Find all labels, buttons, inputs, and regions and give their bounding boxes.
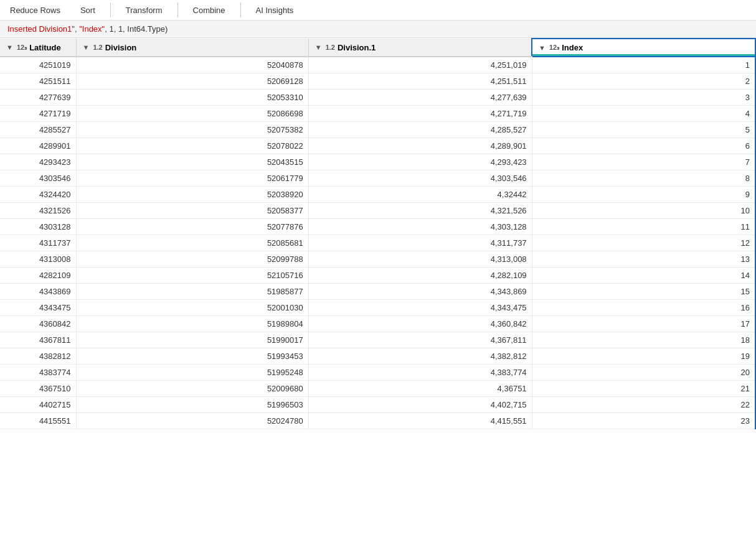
table-row: 4367510520096804,3675121 bbox=[0, 381, 755, 397]
table-cell: 52078022 bbox=[76, 138, 308, 154]
table-cell: 52043515 bbox=[76, 154, 308, 170]
table-cell: 14 bbox=[532, 268, 755, 284]
table-row: 4415551520247804,415,55123 bbox=[0, 413, 755, 429]
table-cell: 4251511 bbox=[0, 73, 76, 90]
table-cell: 19 bbox=[532, 348, 755, 365]
table-cell: 4324420 bbox=[0, 187, 76, 203]
table-cell: 4277639 bbox=[0, 90, 76, 106]
col-header-index[interactable]: ▼ 12₃ Index bbox=[532, 39, 755, 57]
table-row: 4402715519965034,402,71522 bbox=[0, 397, 755, 413]
col-header-division[interactable]: ▼ 1.2 Division bbox=[76, 39, 308, 57]
table-cell: 8 bbox=[532, 170, 755, 187]
table-cell: 17 bbox=[532, 316, 755, 332]
table-cell: 4382812 bbox=[0, 348, 76, 365]
table-row: 4367811519900174,367,81118 bbox=[0, 332, 755, 348]
filter-btn-division1[interactable]: ▼ bbox=[314, 44, 323, 51]
table-cell: 4,36751 bbox=[308, 381, 532, 397]
table-cell: 4,282,109 bbox=[308, 268, 532, 284]
table-cell: 13 bbox=[532, 251, 755, 268]
filter-btn-latitude[interactable]: ▼ bbox=[5, 44, 14, 51]
table-cell: 4282109 bbox=[0, 268, 76, 284]
table-row: 4324420520389204,324429 bbox=[0, 187, 755, 203]
table-cell: 4,382,812 bbox=[308, 348, 532, 365]
table-cell: 51995248 bbox=[76, 365, 308, 381]
table-row: 4360842519898044,360,84217 bbox=[0, 316, 755, 332]
table-row: 4303128520778764,303,12811 bbox=[0, 219, 755, 235]
table-cell: 52075382 bbox=[76, 122, 308, 138]
table-cell: 4,285,527 bbox=[308, 122, 532, 138]
table-cell: 52061779 bbox=[76, 170, 308, 187]
table-cell: 2 bbox=[532, 73, 755, 90]
table-cell: 51985877 bbox=[76, 284, 308, 300]
table-cell: 4313008 bbox=[0, 251, 76, 268]
table-cell: 5 bbox=[532, 122, 755, 138]
table-cell: 4,402,715 bbox=[308, 397, 532, 413]
table-cell: 51990017 bbox=[76, 332, 308, 348]
reduce-rows-btn[interactable]: Reduce Rows bbox=[5, 3, 65, 17]
formula-bar: Inserted Division1", "Index", 1, 1, Int6… bbox=[0, 21, 756, 38]
table-container: ▼ 12₃ Latitude ▼ 1.2 Division ▼ 1.2 bbox=[0, 38, 756, 429]
table-cell: 12 bbox=[532, 235, 755, 251]
table-cell: 18 bbox=[532, 332, 755, 348]
formula-normal-1: ", bbox=[72, 24, 79, 34]
table-cell: 4383774 bbox=[0, 365, 76, 381]
table-cell: 51996503 bbox=[76, 397, 308, 413]
table-cell: 52053310 bbox=[76, 90, 308, 106]
formula-keyword: Inserted Division1 bbox=[7, 24, 72, 34]
table-row: 4293423520435154,293,4237 bbox=[0, 154, 755, 170]
table-cell: 4,313,008 bbox=[308, 251, 532, 268]
table-cell: 4,343,869 bbox=[308, 284, 532, 300]
formula-text: Inserted Division1", "Index", 1, 1, Int6… bbox=[7, 24, 168, 34]
table-cell: 4,251,511 bbox=[308, 73, 532, 90]
filter-btn-index[interactable]: ▼ bbox=[537, 44, 547, 52]
table-cell: 4271719 bbox=[0, 106, 76, 122]
table-cell: 52040878 bbox=[76, 57, 308, 73]
table-cell: 51993453 bbox=[76, 348, 308, 365]
sort-btn[interactable]: Sort bbox=[75, 3, 100, 17]
table-cell: 10 bbox=[532, 203, 755, 219]
table-row: 4271719520866984,271,7194 bbox=[0, 106, 755, 122]
table-cell: 4343869 bbox=[0, 284, 76, 300]
type-icon-division: 1.2 bbox=[93, 44, 102, 51]
table-cell: 52105716 bbox=[76, 268, 308, 284]
table-cell: 4 bbox=[532, 106, 755, 122]
table-cell: 4,321,526 bbox=[308, 203, 532, 219]
table-cell: 20 bbox=[532, 365, 755, 381]
table-cell: 4402715 bbox=[0, 397, 76, 413]
table-row: 4343475520010304,343,47516 bbox=[0, 300, 755, 316]
combine-btn[interactable]: Combine bbox=[188, 3, 230, 17]
table-cell: 4,383,774 bbox=[308, 365, 532, 381]
table-cell: 51989804 bbox=[76, 316, 308, 332]
type-icon-division1: 1.2 bbox=[326, 44, 335, 51]
table-row: 4383774519952484,383,77420 bbox=[0, 365, 755, 381]
col-name-division: Division bbox=[105, 43, 303, 52]
table-cell: 6 bbox=[532, 138, 755, 154]
table-cell: 4285527 bbox=[0, 122, 76, 138]
ai-insights-btn[interactable]: AI Insights bbox=[251, 3, 299, 17]
table-cell: 4,251,019 bbox=[308, 57, 532, 73]
table-cell: 4311737 bbox=[0, 235, 76, 251]
table-row: 4289901520780224,289,9016 bbox=[0, 138, 755, 154]
col-name-latitude: Latitude bbox=[29, 43, 70, 52]
table-row: 4313008520997884,313,00813 bbox=[0, 251, 755, 268]
table-cell: 4343475 bbox=[0, 300, 76, 316]
transform-btn[interactable]: Transform bbox=[121, 3, 168, 17]
table-cell: 4,303,546 bbox=[308, 170, 532, 187]
table-cell: 23 bbox=[532, 413, 755, 429]
table-cell: 1 bbox=[532, 57, 755, 73]
toolbar-divider-2 bbox=[177, 2, 178, 17]
col-name-division1: Division.1 bbox=[338, 43, 526, 52]
type-icon-index: 12₃ bbox=[549, 44, 559, 52]
table-row: 4311737520856814,311,73712 bbox=[0, 235, 755, 251]
table-cell: 4,360,842 bbox=[308, 316, 532, 332]
toolbar-divider-1 bbox=[110, 2, 111, 17]
table-cell: 22 bbox=[532, 397, 755, 413]
table-cell: 4,289,901 bbox=[308, 138, 532, 154]
col-header-latitude[interactable]: ▼ 12₃ Latitude bbox=[0, 39, 76, 57]
table-cell: 4,32442 bbox=[308, 187, 532, 203]
filter-btn-division[interactable]: ▼ bbox=[82, 44, 91, 51]
col-header-division1[interactable]: ▼ 1.2 Division.1 bbox=[308, 39, 532, 57]
table-cell: 52077876 bbox=[76, 219, 308, 235]
table-cell: 7 bbox=[532, 154, 755, 170]
formula-normal-2: , 1, 1, Int64.Type) bbox=[105, 24, 168, 34]
